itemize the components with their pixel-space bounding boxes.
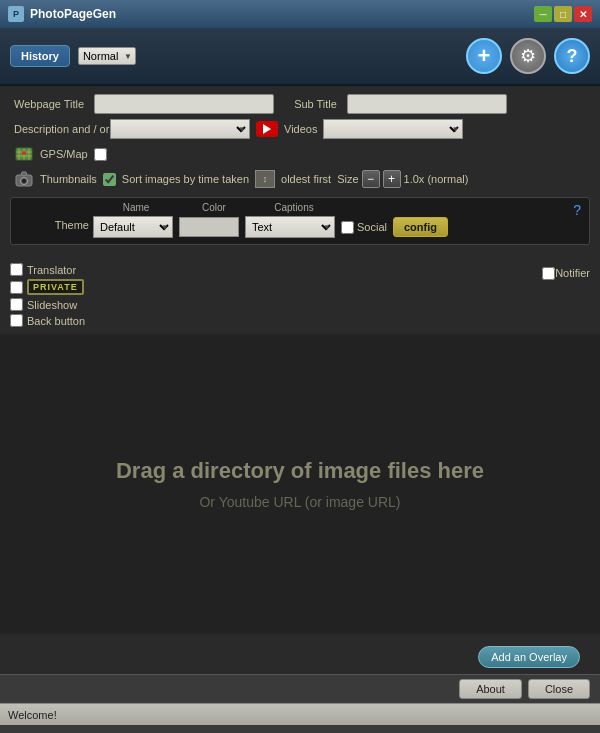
private-option-row: PRIVATE (10, 279, 85, 295)
close-button[interactable]: Close (528, 679, 590, 699)
status-bar: Welcome! (0, 703, 600, 725)
map-icon (14, 144, 34, 164)
toolbar: History Normal + ⚙ ? (0, 28, 600, 86)
history-button[interactable]: History (10, 45, 70, 67)
app-icon: P (8, 6, 24, 22)
help-button[interactable]: ? (554, 38, 590, 74)
drag-sub-text: Or Youtube URL (or image URL) (199, 494, 400, 510)
bottom-buttons: About Close (0, 674, 600, 703)
thumbnails-row: Thumbnails Sort images by time taken ↕ o… (10, 169, 590, 189)
status-text: Welcome! (8, 709, 57, 721)
title-bar: P PhotoPageGen ─ □ ✕ (0, 0, 600, 28)
theme-captions-select-wrapper[interactable]: Text None Overlay (245, 216, 335, 238)
theme-help-icon[interactable]: ? (573, 202, 581, 218)
svg-point-1 (22, 151, 26, 155)
settings-button[interactable]: ⚙ (510, 38, 546, 74)
videos-select-wrapper[interactable] (323, 119, 463, 139)
bottom-area: Add an Overlay About Close (0, 634, 600, 703)
slideshow-option-row: Slideshow (10, 298, 85, 311)
about-button[interactable]: About (459, 679, 522, 699)
size-increase-button[interactable]: + (383, 170, 401, 188)
options-left: Translator PRIVATE Slideshow Back button (10, 263, 85, 330)
theme-name-col-header: Name (93, 202, 179, 213)
subtitle-input[interactable] (347, 94, 507, 114)
thumbnails-checkbox[interactable] (103, 173, 116, 186)
description-select[interactable] (110, 119, 250, 139)
notifier-option: Notifier (542, 263, 590, 330)
mode-select-wrapper[interactable]: Normal (78, 47, 136, 65)
description-select-wrapper[interactable] (110, 119, 250, 139)
sort-icon: ↕ (255, 170, 275, 188)
description-label: Description and / or HTML (14, 123, 104, 135)
social-checkbox[interactable] (341, 221, 354, 234)
webpage-title-input[interactable] (94, 94, 274, 114)
youtube-icon (256, 121, 278, 137)
oldest-first-label: oldest first (281, 173, 331, 185)
theme-name-select[interactable]: Default Dark Light (93, 216, 173, 238)
size-value: 1.0x (normal) (404, 173, 469, 185)
translator-checkbox[interactable] (10, 263, 23, 276)
subtitle-label: Sub Title (294, 98, 337, 110)
svg-point-4 (22, 179, 26, 183)
mode-select[interactable]: Normal (78, 47, 136, 65)
size-label: Size (337, 173, 358, 185)
videos-label: Videos (284, 123, 317, 135)
config-button[interactable]: config (393, 217, 448, 237)
camera-icon (14, 169, 34, 189)
theme-captions-col-header: Captions (249, 202, 339, 213)
videos-select[interactable] (323, 119, 463, 139)
drag-main-text: Drag a directory of image files here (116, 458, 484, 484)
gear-icon: ⚙ (520, 45, 536, 67)
maximize-button[interactable]: □ (554, 6, 572, 22)
back-button-checkbox[interactable] (10, 314, 23, 327)
back-button-label: Back button (27, 315, 85, 327)
gps-row: GPS/Map (10, 144, 590, 164)
theme-color-col-header: Color (179, 202, 249, 213)
theme-name-select-wrapper[interactable]: Default Dark Light (93, 216, 173, 238)
options-section: Translator PRIVATE Slideshow Back button… (0, 259, 600, 334)
thumbnails-label: Thumbnails (40, 173, 97, 185)
webpage-title-label: Webpage Title (14, 98, 84, 110)
help-icon: ? (567, 46, 578, 67)
gps-label: GPS/Map (40, 148, 88, 160)
back-button-option-row: Back button (10, 314, 85, 327)
app-title: PhotoPageGen (30, 7, 534, 21)
window-controls: ─ □ ✕ (534, 6, 592, 22)
slideshow-checkbox[interactable] (10, 298, 23, 311)
private-checkbox[interactable] (10, 281, 23, 294)
drag-area[interactable]: Drag a directory of image files here Or … (0, 334, 600, 634)
description-row: Description and / or HTML Videos (10, 119, 590, 139)
translator-option-row: Translator (10, 263, 85, 276)
theme-section: Theme Name Color Captions Default Dark L… (10, 197, 590, 245)
social-label: Social (357, 221, 387, 233)
minimize-button[interactable]: ─ (534, 6, 552, 22)
slideshow-label: Slideshow (27, 299, 77, 311)
theme-color-swatch[interactable] (179, 217, 239, 237)
size-controls: Size − + 1.0x (normal) (337, 170, 468, 188)
webpage-title-row: Webpage Title Sub Title (10, 94, 590, 114)
window-close-button[interactable]: ✕ (574, 6, 592, 22)
overlay-button[interactable]: Add an Overlay (478, 646, 580, 668)
social-option: Social (341, 221, 387, 234)
gps-checkbox[interactable] (94, 148, 107, 161)
size-decrease-button[interactable]: − (362, 170, 380, 188)
notifier-label: Notifier (555, 267, 590, 279)
add-button[interactable]: + (466, 38, 502, 74)
notifier-checkbox[interactable] (542, 267, 555, 280)
theme-captions-select[interactable]: Text None Overlay (245, 216, 335, 238)
translator-label: Translator (27, 264, 76, 276)
main-content: Webpage Title Sub Title Description and … (0, 86, 600, 259)
overlay-button-row: Add an Overlay (0, 634, 600, 674)
theme-label: Theme (55, 219, 89, 231)
private-badge: PRIVATE (27, 279, 84, 295)
sort-label: Sort images by time taken (122, 173, 249, 185)
